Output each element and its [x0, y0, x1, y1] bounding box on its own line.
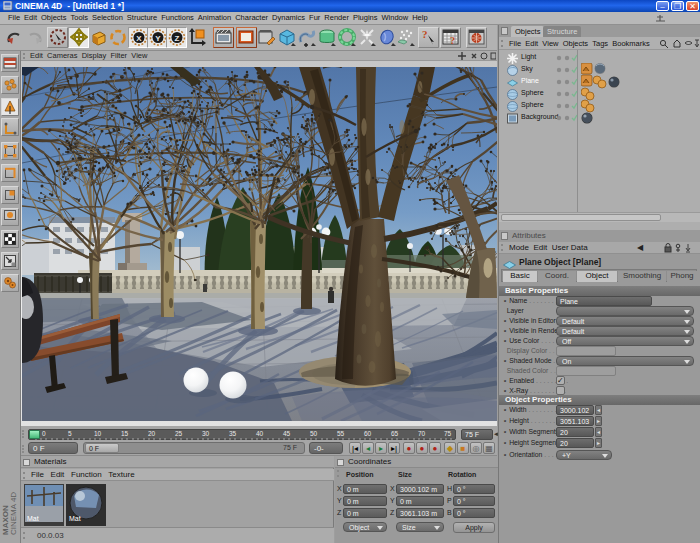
svg-text:25: 25	[175, 430, 183, 437]
svg-text:35: 35	[229, 430, 237, 437]
svg-text:55: 55	[337, 430, 345, 437]
svg-text:70: 70	[418, 430, 426, 437]
svg-text:?: ?	[450, 35, 455, 46]
svg-text:0: 0	[42, 430, 46, 437]
svg-text:10: 10	[94, 430, 102, 437]
svg-text:Z: Z	[175, 34, 180, 43]
svg-text:Mat: Mat	[69, 515, 81, 522]
svg-text:20: 20	[148, 430, 156, 437]
svg-text:15: 15	[121, 430, 129, 437]
svg-text:60: 60	[364, 430, 372, 437]
svg-text:X: X	[136, 34, 142, 43]
svg-text:30: 30	[202, 430, 210, 437]
svg-text:50: 50	[310, 430, 318, 437]
svg-text:?: ?	[422, 28, 428, 40]
svg-text:5: 5	[68, 430, 72, 437]
svg-text:40: 40	[256, 430, 264, 437]
svg-text:Mat: Mat	[27, 515, 39, 522]
svg-text:Y: Y	[155, 34, 161, 43]
svg-text:45: 45	[283, 430, 291, 437]
svg-text:65: 65	[391, 430, 399, 437]
svg-text:75: 75	[444, 430, 452, 437]
